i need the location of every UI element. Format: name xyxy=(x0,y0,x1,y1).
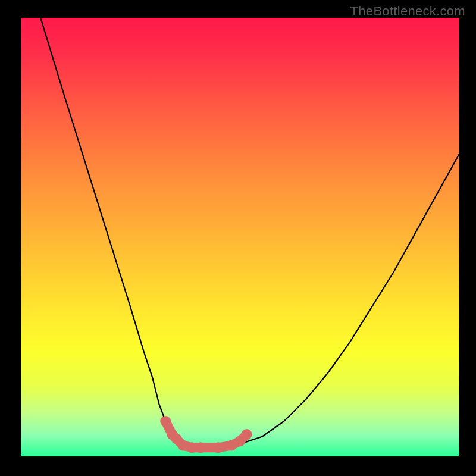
valley-highlight xyxy=(160,416,252,453)
valley-dot xyxy=(160,416,171,427)
chart-frame: TheBottleneck.com xyxy=(0,0,476,476)
valley-dot xyxy=(195,442,206,453)
bottleneck-curve xyxy=(40,18,459,447)
watermark-text: TheBottleneck.com xyxy=(350,4,465,19)
valley-dot xyxy=(213,442,224,453)
valley-dot xyxy=(242,429,252,440)
chart-svg xyxy=(21,18,459,456)
plot-area xyxy=(21,18,459,456)
